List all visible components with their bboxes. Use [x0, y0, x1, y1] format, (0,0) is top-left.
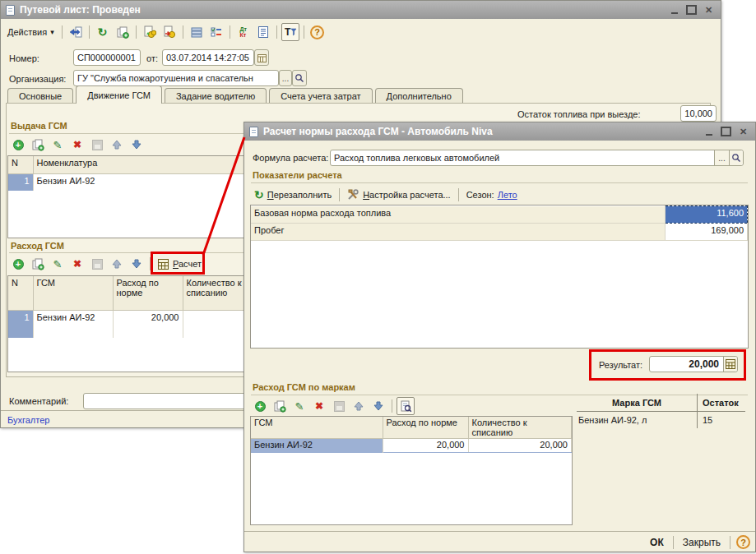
copy-row-button[interactable]	[29, 255, 47, 273]
minimize-icon[interactable]	[667, 4, 681, 16]
unpost-document-button[interactable]	[160, 23, 179, 41]
copy-button[interactable]	[114, 23, 132, 41]
arrow-down-icon	[131, 258, 142, 270]
organization-select-button[interactable]: ...	[279, 70, 292, 86]
tab-osnovnye[interactable]: Основные	[7, 88, 73, 104]
number-input[interactable]: СП000000001	[73, 49, 141, 66]
col-norm[interactable]: Расход по норме	[383, 417, 468, 439]
dialog-help-button[interactable]: ?	[736, 535, 750, 549]
report-button[interactable]	[254, 23, 272, 41]
refill-button[interactable]: ↻ Перезаполнить	[251, 187, 335, 203]
move-up-button[interactable]	[108, 136, 126, 154]
move-up-button[interactable]	[350, 397, 368, 415]
calc-settings-label: Настройка расчета...	[363, 190, 451, 200]
col-n[interactable]: N	[8, 276, 33, 310]
col-norm[interactable]: Расход по норме	[113, 276, 183, 310]
edit-row-button[interactable]: ✎	[49, 255, 67, 273]
filter-button[interactable]: T	[281, 23, 299, 41]
add-row-button[interactable]: +	[9, 255, 27, 273]
calc-button[interactable]: Расчет	[155, 256, 205, 272]
close-icon[interactable]: ✕	[736, 126, 750, 138]
indicator-value-selected[interactable]: 11,600	[666, 206, 748, 224]
actions-menu-button[interactable]: Действия ▾	[4, 24, 58, 40]
close-button[interactable]: Закрыть	[676, 537, 727, 548]
writeoff-cell[interactable]: 20,000	[468, 439, 572, 453]
indicator-value[interactable]: 169,000	[666, 224, 748, 241]
col-writeoff[interactable]: Количество к списанию	[468, 417, 572, 439]
move-up-button[interactable]	[108, 255, 126, 273]
move-down-button[interactable]	[128, 255, 146, 273]
delete-row-button[interactable]: ✖	[68, 255, 86, 273]
indicator-name[interactable]: Базовая норма расхода топлива	[251, 206, 666, 224]
floppy-icon	[334, 401, 345, 412]
organization-input[interactable]: ГУ "Служба пожаротушения и спасательн	[73, 70, 279, 86]
gsm-cell[interactable]: Бензин АИ-92	[33, 310, 113, 338]
move-down-button[interactable]	[369, 397, 387, 415]
delete-icon: ✖	[73, 258, 81, 270]
indicators-table[interactable]: Базовая норма расхода топлива 11,600 Про…	[250, 205, 749, 349]
result-label: Результат:	[599, 360, 642, 370]
season-label: Сезон:	[466, 190, 494, 200]
organization-open-button[interactable]	[292, 70, 307, 86]
indicator-row: Пробег 169,000	[251, 224, 748, 241]
arrow-up-icon	[111, 139, 123, 150]
add-row-button[interactable]: +	[9, 136, 27, 154]
end-edit-button[interactable]	[330, 397, 348, 415]
col-n[interactable]: N	[8, 156, 33, 173]
post-document-button[interactable]	[141, 23, 159, 41]
tab-dopolnitelno[interactable]: Дополнительно	[375, 88, 463, 104]
formula-select-button[interactable]: ...	[714, 150, 729, 165]
preview-button[interactable]	[397, 397, 415, 415]
norm-cell[interactable]: 20,000	[383, 439, 468, 453]
minimize-icon[interactable]	[702, 126, 716, 138]
save-close-button[interactable]	[67, 23, 85, 41]
close-icon[interactable]: ✕	[702, 4, 716, 16]
tab-zadanie-voditelyu[interactable]: Задание водителю	[165, 88, 267, 104]
debit-credit-button[interactable]: ДтКт	[234, 23, 253, 41]
indicator-name[interactable]: Пробег	[251, 224, 666, 241]
maximize-icon[interactable]	[719, 126, 733, 138]
edit-row-button[interactable]: ✎	[49, 136, 67, 154]
date-input[interactable]: 03.07.2014 14:27:05	[162, 49, 254, 66]
checklist-button[interactable]	[207, 23, 225, 41]
move-down-button[interactable]	[128, 136, 146, 154]
marks-caption: Расход ГСМ по маркам	[253, 382, 355, 392]
copy-row-button[interactable]	[29, 136, 47, 154]
calendar-button[interactable]	[254, 49, 269, 66]
fuel-balance-input[interactable]: 10,000	[680, 105, 717, 122]
end-edit-button[interactable]	[88, 136, 106, 154]
delete-row-button[interactable]: ✖	[310, 397, 328, 415]
gsm-cell[interactable]: Бензин АИ-92	[251, 439, 383, 453]
waybill-titlebar[interactable]: Путевой лист: Проведен ✕	[1, 1, 721, 19]
marks-table[interactable]: ГСМ Расход по норме Количество к списани…	[250, 416, 573, 525]
edit-row-button[interactable]: ✎	[290, 397, 308, 415]
tab-scheta-ucheta[interactable]: Счета учета затрат	[269, 88, 372, 104]
col-gsm[interactable]: ГСМ	[33, 276, 113, 310]
delete-row-button[interactable]: ✖	[68, 136, 86, 154]
help-button[interactable]: ?	[308, 23, 327, 41]
formula-input[interactable]: Расход топлива легковых автомобилей	[330, 150, 744, 166]
add-row-button[interactable]: +	[251, 397, 269, 415]
svg-text:T: T	[285, 26, 291, 38]
formula-open-button[interactable]	[729, 150, 743, 165]
calc-settings-button[interactable]: Настройка расчета...	[344, 187, 454, 203]
dialog-titlebar[interactable]: Расчет нормы расхода ГСМ - Автомобиль Ni…	[244, 122, 755, 141]
refresh-button[interactable]: ↻	[94, 23, 112, 41]
result-calc-button[interactable]	[723, 357, 737, 372]
copy-row-button[interactable]	[271, 397, 289, 415]
season-link[interactable]: Лето	[498, 190, 517, 200]
col-gsm[interactable]: ГСМ	[251, 417, 383, 439]
row-number-cell[interactable]: 1	[8, 310, 33, 338]
document-structure-button[interactable]	[188, 23, 206, 41]
tab-dvizhenie-gsm[interactable]: Движение ГСМ	[76, 85, 162, 104]
row-number-cell[interactable]: 1	[8, 173, 33, 191]
end-edit-button[interactable]	[88, 255, 106, 273]
arrow-up-icon	[353, 400, 364, 412]
maximize-icon[interactable]	[684, 4, 698, 16]
accountant-link[interactable]: Бухгалтер	[7, 415, 49, 425]
calculator-icon	[726, 359, 735, 369]
calendar-icon	[257, 53, 267, 62]
vydacha-caption: Выдача ГСМ	[11, 121, 67, 131]
ok-button[interactable]: ОК	[643, 537, 670, 548]
norm-cell[interactable]: 20,000	[113, 310, 183, 338]
